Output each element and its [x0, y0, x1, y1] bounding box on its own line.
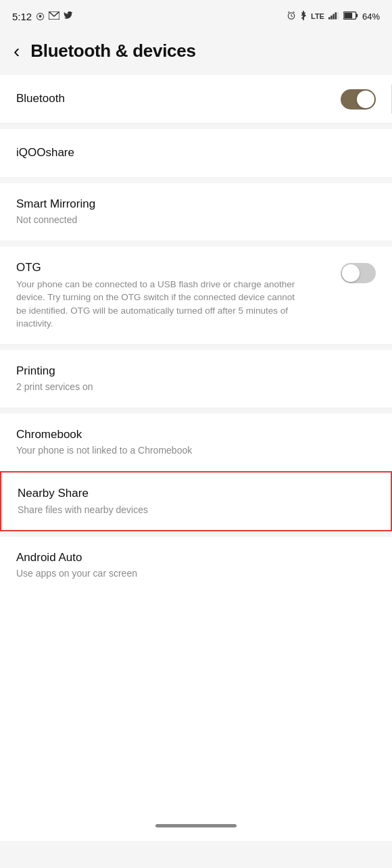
bluetooth-label: Bluetooth	[16, 91, 330, 106]
divider-5	[0, 408, 392, 414]
home-bar	[155, 824, 237, 827]
lte-icon: LTE	[311, 12, 324, 20]
status-time: 5:12	[12, 11, 32, 22]
android-auto-label: Android Auto	[16, 550, 365, 565]
iqooshare-label: iQOOshare	[16, 145, 365, 160]
divider-3	[0, 241, 392, 247]
svg-rect-7	[328, 17, 330, 19]
divider-6	[0, 531, 392, 537]
nearby-share-text: Nearby Share Share files with nearby dev…	[18, 486, 374, 516]
svg-line-4	[288, 11, 289, 13]
smart-mirroring-text: Smart Mirroring Not connected	[16, 197, 376, 227]
chromebook-text: Chromebook Your phone is not linked to a…	[16, 427, 376, 458]
setting-row-android-auto[interactable]: Android Auto Use apps on your car screen	[0, 537, 392, 594]
chromebook-sublabel: Your phone is not linked to a Chromebook	[16, 444, 365, 458]
svg-rect-14	[344, 12, 352, 18]
chromebook-label: Chromebook	[16, 427, 365, 442]
mail-icon	[49, 11, 59, 22]
setting-row-chromebook[interactable]: Chromebook Your phone is not linked to a…	[0, 414, 392, 472]
svg-rect-9	[333, 14, 334, 19]
setting-row-iqooshare[interactable]: iQOOshare	[0, 129, 392, 178]
status-left: 5:12 ⦿	[12, 11, 73, 22]
otg-description: Your phone can be connected to a USB fla…	[16, 278, 300, 331]
battery-icon	[343, 11, 358, 22]
header: ‹ Bluetooth & devices	[0, 32, 392, 74]
otg-text: OTG Your phone can be connected to a USB…	[16, 260, 341, 331]
signal-icon	[328, 11, 339, 22]
smart-mirroring-sublabel: Not connected	[16, 214, 365, 227]
alarm-icon	[287, 11, 296, 22]
status-bar: 5:12 ⦿	[0, 0, 392, 32]
printing-text: Printing 2 print services on	[16, 364, 376, 394]
svg-line-3	[291, 16, 293, 16]
svg-rect-13	[356, 14, 358, 17]
android-auto-sublabel: Use apps on your car screen	[16, 567, 365, 581]
divider-1	[0, 124, 392, 129]
printing-sublabel: 2 print services on	[16, 381, 365, 394]
svg-rect-10	[335, 12, 337, 19]
bluetooth-toggle[interactable]	[341, 89, 376, 110]
setting-row-smart-mirroring[interactable]: Smart Mirroring Not connected	[0, 183, 392, 241]
settings-list: Bluetooth iQOOshare Smart Mirroring Not …	[0, 75, 392, 594]
setting-row-nearby-share[interactable]: Nearby Share Share files with nearby dev…	[0, 471, 392, 531]
bluetooth-status-icon	[300, 11, 307, 22]
android-auto-text: Android Auto Use apps on your car screen	[16, 550, 376, 581]
location-icon: ⦿	[36, 11, 45, 22]
nearby-share-label: Nearby Share	[18, 486, 364, 501]
battery-percentage: 64%	[362, 11, 380, 22]
nearby-share-sublabel: Share files with nearby devices	[18, 504, 364, 517]
divider-2	[0, 178, 392, 183]
page-title: Bluetooth & devices	[30, 41, 195, 62]
svg-rect-11	[337, 11, 339, 19]
otg-toggle[interactable]	[341, 263, 376, 283]
bluetooth-toggle-knob	[357, 91, 374, 108]
iqooshare-text: iQOOshare	[16, 145, 376, 160]
home-indicator	[0, 811, 392, 841]
twitter-icon	[64, 11, 73, 22]
back-button[interactable]: ‹	[14, 42, 20, 61]
setting-row-bluetooth[interactable]: Bluetooth	[0, 75, 392, 124]
content-spacer	[0, 594, 392, 811]
otg-label: OTG	[16, 260, 330, 275]
setting-row-printing[interactable]: Printing 2 print services on	[0, 350, 392, 408]
divider-4	[0, 345, 392, 350]
setting-row-otg[interactable]: OTG Your phone can be connected to a USB…	[0, 247, 392, 345]
svg-rect-8	[330, 16, 332, 20]
status-right: LTE 64%	[287, 11, 380, 22]
printing-label: Printing	[16, 364, 365, 379]
svg-line-5	[293, 11, 295, 13]
otg-toggle-knob	[342, 264, 360, 282]
bluetooth-text: Bluetooth	[16, 91, 341, 106]
smart-mirroring-label: Smart Mirroring	[16, 197, 365, 212]
